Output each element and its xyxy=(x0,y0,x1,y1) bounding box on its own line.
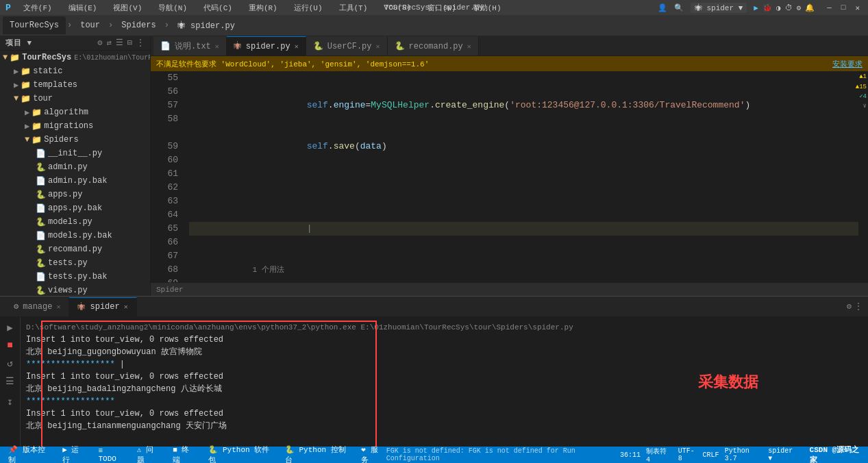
project-toolbar: ⚙ ⇄ ☰ ⊟ ⋮ xyxy=(97,38,145,48)
ok-indicator: ✓4 xyxy=(858,92,868,101)
tree-item-modelsbak[interactable]: 📄 models.py.bak xyxy=(0,229,150,242)
maximize-btn[interactable]: □ xyxy=(839,3,849,12)
status-config[interactable]: spider ▼ xyxy=(768,447,798,462)
status-services[interactable]: ❤ 服务 xyxy=(358,445,386,463)
warning-text: 不满足软件包要求 'WordCloud', 'jieba', 'gensim',… xyxy=(156,59,429,69)
tree-item-tour[interactable]: ▼ 📁 tour xyxy=(0,92,150,105)
menu-file[interactable]: 文件(F) xyxy=(19,3,56,13)
tree-item-static[interactable]: ▶ 📁 static xyxy=(0,64,150,78)
tab-usercf[interactable]: 🐍 UserCF.py ✕ xyxy=(306,36,388,55)
more-icon[interactable]: ⋮ xyxy=(136,38,145,48)
bottom-tab-spider[interactable]: 🕷 spider ✕ xyxy=(69,297,136,316)
menu-edit[interactable]: 编辑(E) xyxy=(64,3,101,13)
tree-item-recomand[interactable]: 🐍 recomand.py xyxy=(0,242,150,256)
tree-item-apps[interactable]: 🐍 apps.py xyxy=(0,188,150,201)
tab-recomand-close[interactable]: ✕ xyxy=(467,42,471,51)
nav-spiders[interactable]: Spiders xyxy=(114,16,162,34)
tab-usercf-close[interactable]: ✕ xyxy=(376,42,380,51)
sync-icon[interactable]: ⇄ xyxy=(107,38,112,48)
tab-note-close[interactable]: ✕ xyxy=(215,42,219,51)
tree-item-migrations[interactable]: ▶ 📁 migrations xyxy=(0,119,150,133)
code-editor[interactable]: 55 56 57 58 59 60 61 62 63 64 65 66 67 6… xyxy=(151,71,868,282)
folder-icon-templates: 📁 xyxy=(21,80,31,90)
collapse-icon[interactable]: ⊟ xyxy=(127,38,132,48)
status-problem[interactable]: ⚠ 问题 xyxy=(134,445,162,463)
nav-breadcrumb: TourRecSys › tour › Spiders › 🕷 spider.p… xyxy=(0,15,868,36)
spider-dropdown[interactable]: 🕷 spider ▼ xyxy=(691,3,747,13)
install-link[interactable]: 安装要求 xyxy=(832,59,863,69)
window-controls: 👤 🔍 🕷 spider ▼ ▶ 🐞 ◑ ⏱ ⚙ 🔔 — □ ✕ xyxy=(658,3,863,13)
gear-icon[interactable]: ⚙ xyxy=(97,38,102,48)
bottom-tab-manage[interactable]: ⚙ manage ✕ xyxy=(5,297,69,316)
tree-item-models[interactable]: 🐍 models.py xyxy=(0,215,150,229)
tree-label-apps: apps.py xyxy=(48,190,82,199)
file-icon-init: 📄 xyxy=(36,149,46,159)
tree-item-admin[interactable]: 🐍 admin.py xyxy=(0,160,150,174)
profile-btn[interactable]: ⏱ xyxy=(785,3,793,12)
tree-item-views[interactable]: 🐍 views.py xyxy=(0,284,150,296)
status-run[interactable]: ▶ 运行 xyxy=(60,445,87,463)
bottom-tab-spider-close[interactable]: ✕ xyxy=(124,303,128,311)
status-terminal[interactable]: ■ 终端 xyxy=(170,445,197,463)
nav-project[interactable]: TourRecSys xyxy=(3,16,66,34)
terminal-settings-icon[interactable]: ⚙ xyxy=(847,301,852,312)
notification-icon[interactable]: 🔔 xyxy=(805,3,815,12)
tree-item-appsbak[interactable]: 📄 apps.py.bak xyxy=(0,201,150,215)
sidebar-run-icon[interactable]: ▶ xyxy=(3,320,18,335)
tree-item-adminbak[interactable]: 📄 admin.py.bak xyxy=(0,174,150,188)
file-icon-modelsbak: 📄 xyxy=(36,231,46,241)
nav-tour[interactable]: tour xyxy=(73,16,107,34)
status-packages[interactable]: 🐍 Python 软件包 xyxy=(206,445,273,463)
terminal-text-4: 北京 beijing_badalingzhangcheng 八达岭长城 xyxy=(26,383,222,395)
menu-tools[interactable]: 工具(T) xyxy=(335,3,372,13)
tab-recomand-label: recomand.py xyxy=(409,42,463,51)
menu-refactor[interactable]: 重构(R) xyxy=(245,3,282,13)
tree-item-algorithm[interactable]: ▶ 📁 algorithm xyxy=(0,105,150,119)
menu-run[interactable]: 运行(U) xyxy=(290,3,327,13)
sidebar-scroll-icon[interactable]: ↧ xyxy=(3,394,18,409)
project-header: 项目 ▼ ⚙ ⇄ ☰ ⊟ ⋮ xyxy=(0,36,150,51)
tree-item-root[interactable]: ▼ 📁 TourRecSys E:\01zhuomian\TourRecSys xyxy=(0,51,150,64)
run-btn[interactable]: ▶ xyxy=(754,3,758,12)
status-vcs[interactable]: 📌 版本控制 xyxy=(5,445,51,463)
tree-item-templates[interactable]: ▶ 📁 templates xyxy=(0,78,150,92)
tab-note[interactable]: 📄 说明.txt ✕ xyxy=(153,36,227,55)
filter-icon[interactable]: ☰ xyxy=(116,38,123,48)
search-icon[interactable]: 🔍 xyxy=(674,3,684,12)
tab-spider[interactable]: 🕷 spider.py ✕ xyxy=(227,36,306,55)
sidebar-clear-icon[interactable]: ☰ xyxy=(3,373,18,388)
terminal-text-1: 北京 beijing_gugongbowuyuan 故宫博物院 xyxy=(26,346,202,358)
terminal-output: D:\software\study_anzhuang2\miniconda\an… xyxy=(21,317,868,447)
status-todo[interactable]: ≡ TODO xyxy=(96,447,126,463)
tree-item-init[interactable]: 📄 __init__.py xyxy=(0,147,150,160)
tree-item-spiders[interactable]: ▼ 📁 Spiders xyxy=(0,133,150,147)
nav-file[interactable]: 🕷 spider.py xyxy=(171,16,242,34)
sidebar-stop-icon[interactable]: ■ xyxy=(3,338,18,353)
menu-code[interactable]: 代码(C) xyxy=(199,3,236,13)
nav-sep2: › xyxy=(108,21,113,30)
file-icon-appsbak: 📄 xyxy=(36,203,46,214)
status-console[interactable]: 🐍 Python 控制台 xyxy=(282,445,350,463)
terminal-line-1: 北京 beijing_gugongbowuyuan 故宫博物院 xyxy=(26,346,863,358)
bottom-tab-manage-close[interactable]: ✕ xyxy=(56,303,60,311)
terminal-text-2: ****************** xyxy=(26,358,115,371)
code-lines: self.engine = MySQLHelper.create_engine(… xyxy=(184,71,858,282)
tree-label-recomand: recomand.py xyxy=(48,245,102,254)
debug-btn[interactable]: 🐞 xyxy=(762,3,772,12)
terminal-more-icon[interactable]: ⋮ xyxy=(854,301,863,312)
code-line-hint: 1 个用法 xyxy=(189,263,858,277)
coverage-btn[interactable]: ◑ xyxy=(776,3,781,12)
close-btn[interactable]: ✕ xyxy=(852,3,863,12)
sidebar-restart-icon[interactable]: ↺ xyxy=(3,355,18,371)
tab-spider-close[interactable]: ✕ xyxy=(295,42,299,51)
settings-icon[interactable]: ⚙ xyxy=(797,3,802,12)
tab-recomand[interactable]: 🐍 recomand.py ✕ xyxy=(388,36,479,55)
menu-navigate[interactable]: 导航(N) xyxy=(154,3,191,13)
tree-item-tests[interactable]: 🐍 tests.py xyxy=(0,256,150,270)
minimize-btn[interactable]: — xyxy=(824,3,834,12)
tree-item-testsbak[interactable]: 📄 tests.py.bak xyxy=(0,270,150,284)
tree-label-tour: tour xyxy=(33,94,53,103)
tree-label-testsbak: tests.py.bak xyxy=(48,272,107,281)
menu-view[interactable]: 视图(V) xyxy=(109,3,146,13)
bottom-tab-spider-label: spider xyxy=(90,302,119,312)
